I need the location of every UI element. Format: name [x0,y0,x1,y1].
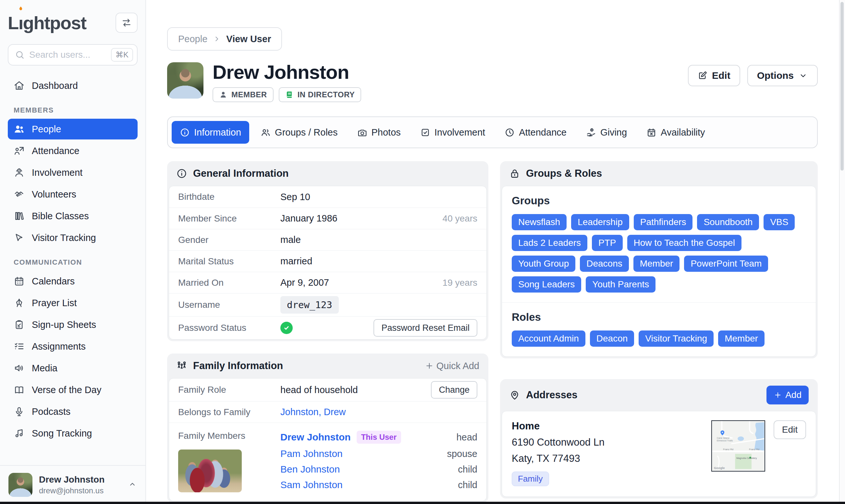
family-role-row: Family Role head of household Change [169,378,487,401]
info-row-birthdate: Birthdate Sep 10 [169,186,487,208]
add-address-button[interactable]: Add [767,385,809,404]
books-icon [14,211,25,221]
group-chip[interactable]: Song Leaders [512,276,581,292]
group-chip[interactable]: Leadership [571,214,629,230]
group-chip[interactable]: PTP [592,235,622,251]
search-box[interactable]: ⌘K [8,44,138,66]
home-icon [14,80,25,91]
sidebar-item-song-tracking[interactable]: Song Tracking [8,423,138,444]
sidebar-item-attendance[interactable]: Attendance [8,140,138,161]
sidebar-item-volunteers[interactable]: Volunteers [8,184,138,205]
group-chip[interactable]: Pathfinders [634,214,693,230]
microphone-icon [14,406,25,417]
map-thumbnail[interactable]: Cane Island Elmwood Trails Franz Rd Fran… [711,420,765,472]
chevron-right-icon [213,35,221,43]
address-family-badge: Family [512,472,549,486]
family-member-link[interactable]: Ben Johnston [280,464,340,475]
quick-add-button[interactable]: Quick Add [425,361,479,371]
sidebar-user-menu[interactable]: Drew Johnston drew@johnston.us [0,465,145,504]
sidebar-item-prayer-list[interactable]: Prayer List [8,292,138,313]
group-chip[interactable]: Lads 2 Leaders [512,235,587,251]
sidebar-item-dashboard[interactable]: Dashboard [8,75,138,96]
checklist-icon [14,341,25,352]
role-chips: Account Admin Deacon Visitor Tracking Me… [512,330,806,347]
general-information-card: General Information Birthdate Sep 10 Mem… [167,161,488,341]
tab-photos[interactable]: Photos [349,121,409,144]
sidebar-collapse-button[interactable] [116,13,138,33]
sidebar-item-assignments[interactable]: Assignments [8,336,138,357]
open-book-icon [14,384,25,395]
group-chip[interactable]: Soundbooth [697,214,759,230]
username-value: drew_123 [280,296,339,313]
tab-involvement[interactable]: Involvement [412,121,493,144]
address-name: Home [512,420,703,432]
sidebar-item-people[interactable]: People [8,119,138,140]
options-button[interactable]: Options [747,65,818,86]
tab-availability[interactable]: Availability [638,121,713,144]
chevron-down-icon [798,71,808,80]
sidebar-item-label: Volunteers [32,189,76,200]
group-chip[interactable]: How to Teach the Gospel [627,235,741,251]
group-chip[interactable]: VBS [763,214,795,230]
sidebar-nav: Dashboard MEMBERS People Attendance Invo… [8,75,138,444]
svg-text:Franz Rd: Franz Rd [723,448,733,451]
role-chip[interactable]: Account Admin [512,330,585,347]
handshake-icon [14,189,25,200]
page-scrollbar[interactable] [839,0,845,502]
tab-attendance[interactable]: Attendance [496,121,575,144]
family-link[interactable]: Johnston, Drew [280,407,346,417]
password-reset-email-button[interactable]: Password Reset Email [373,319,477,337]
card-title: Groups & Roles [526,168,602,179]
family-information-card: Family Information Quick Add Family Role… [167,354,488,503]
clock-icon [505,127,515,138]
family-member-link[interactable]: Drew Johnston [280,432,351,443]
search-shortcut: ⌘K [111,48,133,61]
edit-button[interactable]: Edit [688,65,740,86]
group-chip[interactable]: PowerPoint Team [684,256,768,272]
info-icon [176,168,187,179]
address-city: Katy, TX 77493 [512,453,703,464]
sidebar-item-calendars[interactable]: Calendars [8,271,138,292]
sidebar-item-media[interactable]: Media [8,358,138,378]
scrollbar-thumb[interactable] [841,2,844,170]
role-chip[interactable]: Deacon [590,330,634,347]
role-chip[interactable]: Visitor Tracking [639,330,714,347]
window-bottom-edge [0,502,845,504]
address-entry: Home 6190 Cottonwood Ln Katy, TX 77493 F… [502,411,816,497]
group-chip[interactable]: Deacons [580,256,629,272]
people-icon [14,124,25,134]
roles-heading: Roles [512,311,806,323]
check-square-icon [420,127,430,138]
sidebar-item-podcasts[interactable]: Podcasts [8,401,138,422]
info-row-marital-status: Marital Status married [169,250,487,272]
sidebar-item-involvement[interactable]: Involvement [8,162,138,183]
sidebar-item-verse-of-the-day[interactable]: Verse of the Day [8,379,138,400]
group-chip[interactable]: Newsflash [512,214,567,230]
plus-icon [425,361,434,371]
family-members-row: Family Members Drew Johnston This User h… [169,422,487,501]
sidebar-item-signup-sheets[interactable]: Sign-up Sheets [8,314,138,335]
sidebar-item-label: Bible Classes [32,211,89,221]
family-member-link[interactable]: Pam Johnston [280,448,343,459]
cursor-icon [14,232,25,243]
sidebar-item-bible-classes[interactable]: Bible Classes [8,205,138,227]
search-input[interactable] [29,50,106,60]
card-title: Family Information [193,360,283,372]
sidebar-item-label: People [32,124,61,134]
speaker-icon [14,363,25,374]
group-chip[interactable]: Youth Parents [586,276,655,292]
tab-giving[interactable]: Giving [578,121,635,144]
svg-text:Cane Island: Cane Island [717,436,729,439]
edit-address-button[interactable]: Edit [774,420,806,439]
group-chips: Newsflash Leadership Pathfinders Soundbo… [512,214,806,292]
family-member-link[interactable]: Sam Johnston [280,479,343,490]
group-chip[interactable]: Member [633,256,680,272]
tab-information[interactable]: Information [172,121,249,144]
change-family-role-button[interactable]: Change [431,381,477,399]
sidebar-item-visitor-tracking[interactable]: Visitor Tracking [8,227,138,248]
breadcrumb-parent[interactable]: People [178,34,207,44]
attendance-icon [14,145,25,156]
group-chip[interactable]: Youth Group [512,256,575,272]
tab-groups-roles[interactable]: Groups / Roles [252,121,346,144]
role-chip[interactable]: Member [718,330,764,347]
